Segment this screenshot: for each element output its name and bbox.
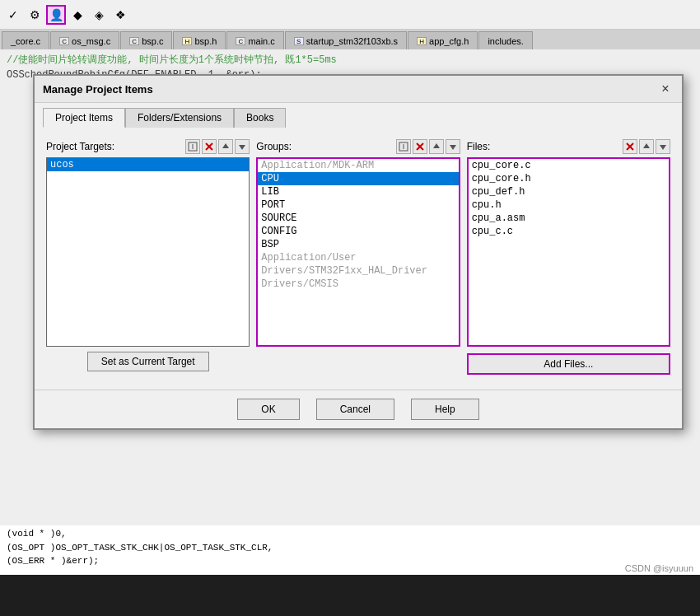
groups-down-btn[interactable] xyxy=(446,139,460,154)
targets-delete-btn[interactable] xyxy=(202,139,217,154)
group-item-app-mdk[interactable]: Application/MDK-ARM xyxy=(258,159,458,172)
add-files-button[interactable]: Add Files... xyxy=(467,353,670,375)
set-current-target-button[interactable]: Set as Current Target xyxy=(87,352,209,371)
svg-marker-10 xyxy=(433,143,440,148)
targets-buttons xyxy=(185,139,250,154)
file-item-cpu-def-h[interactable]: cpu_def.h xyxy=(469,185,669,198)
group-item-drivers-cmsis[interactable]: Drivers/CMSIS xyxy=(258,278,458,291)
diamond3-btn[interactable]: ❖ xyxy=(110,5,130,25)
tab-includes-label: includes. xyxy=(488,36,523,46)
tab-main-c-label: main.c xyxy=(248,36,274,46)
target-item-ucos[interactable]: ucos xyxy=(47,158,249,171)
group-item-bsp[interactable]: BSP xyxy=(258,238,458,251)
svg-marker-5 xyxy=(239,145,245,150)
files-label: Files: xyxy=(467,141,491,152)
ok-button[interactable]: OK xyxy=(237,399,299,420)
dialog-action-buttons: OK Cancel Help xyxy=(35,390,682,428)
tab-bsp-h[interactable]: H bsp.h xyxy=(173,31,226,49)
groups-label: Groups: xyxy=(256,141,292,152)
svg-marker-4 xyxy=(222,143,229,148)
check-btn[interactable]: ✓ xyxy=(3,5,23,25)
bottom-code-line1: (void * )0, xyxy=(7,529,67,539)
tab-bsp-c-label: bsp.c xyxy=(142,36,163,46)
targets-down-btn[interactable] xyxy=(235,139,250,154)
dialog-tab-bar: Project Items Folders/Extensions Books xyxy=(35,103,682,128)
file-item-cpu-h[interactable]: cpu.h xyxy=(469,198,669,212)
file-item-cpu-core-h[interactable]: cpu_core.h xyxy=(469,172,669,185)
bottom-code-line3: (OS_ERR * )&err); xyxy=(7,556,99,566)
dialog-body: Project Targets: xyxy=(35,128,682,386)
group-item-app-user[interactable]: Application/User xyxy=(258,251,458,264)
targets-label: Project Targets: xyxy=(46,141,114,152)
file-item-cpu-core-c[interactable]: cpu_core.c xyxy=(469,159,669,172)
manage-project-dialog: Manage Project Items × Project Items Fol… xyxy=(33,74,684,430)
bottom-code-area: (void * )0, (OS_OPT )OS_OPT_TASK_STK_CHK… xyxy=(0,525,700,575)
files-delete-btn[interactable] xyxy=(623,139,637,154)
file-item-cpu-a-asm[interactable]: cpu_a.asm xyxy=(469,212,669,225)
manage-project-btn[interactable]: 👤 xyxy=(46,5,66,25)
help-button[interactable]: Help xyxy=(411,399,479,420)
groups-up-btn[interactable] xyxy=(429,139,444,154)
tab-bsp-h-label: bsp.h xyxy=(194,36,217,46)
tab-app-cfg-h[interactable]: H app_cfg.h xyxy=(408,31,478,49)
groups-new-btn[interactable] xyxy=(396,139,411,154)
tab-os-msg-c-label: os_msg.c xyxy=(72,36,110,46)
group-item-port[interactable]: PORT xyxy=(258,198,458,212)
tab-includes[interactable]: includes. xyxy=(478,31,532,49)
tab-core-c-label: _core.c xyxy=(11,36,40,46)
tab-os-msg-c[interactable]: C os_msg.c xyxy=(50,31,119,49)
tab-project-items[interactable]: Project Items xyxy=(43,108,125,128)
tab-startup[interactable]: S startup_stm32f103xb.s xyxy=(285,31,407,49)
tab-bar: _core.c C os_msg.c C bsp.c H bsp.h C mai… xyxy=(0,30,700,49)
files-column: Files: cpu_cor xyxy=(467,139,670,375)
dialog-close-button[interactable]: × xyxy=(657,81,674,97)
svg-marker-11 xyxy=(450,145,456,150)
svg-marker-14 xyxy=(643,143,650,148)
tab-folders-extensions[interactable]: Folders/Extensions xyxy=(125,108,234,128)
targets-list[interactable]: ucos xyxy=(46,157,250,347)
files-down-btn[interactable] xyxy=(656,139,670,154)
group-item-drivers-hal[interactable]: Drivers/STM32F1xx_HAL_Driver xyxy=(258,264,458,278)
files-header: Files: xyxy=(467,139,670,154)
tab-core-c[interactable]: _core.c xyxy=(2,31,49,49)
svg-marker-15 xyxy=(660,145,666,150)
groups-list[interactable]: Application/MDK-ARM CPU LIB PORT SOURCE xyxy=(256,157,460,347)
group-item-config[interactable]: CONFIG xyxy=(258,225,458,238)
targets-up-btn[interactable] xyxy=(218,139,233,154)
bottom-code-line2: (OS_OPT )OS_OPT_TASK_STK_CHK|OS_OPT_TASK… xyxy=(7,543,273,553)
group-item-cpu[interactable]: CPU xyxy=(258,172,458,185)
cancel-button[interactable]: Cancel xyxy=(316,399,394,420)
watermark: CSDN @isyuuun xyxy=(625,563,693,573)
targets-column: Project Targets: xyxy=(46,139,250,375)
groups-header: Groups: xyxy=(256,139,460,154)
groups-delete-btn[interactable] xyxy=(413,139,427,154)
diamond2-btn[interactable]: ◈ xyxy=(89,5,109,25)
tab-bsp-c[interactable]: C bsp.c xyxy=(120,31,172,49)
diamond1-btn[interactable]: ◆ xyxy=(68,5,87,25)
groups-buttons xyxy=(396,139,460,154)
tab-app-cfg-h-label: app_cfg.h xyxy=(429,36,469,46)
tab-books[interactable]: Books xyxy=(234,108,286,128)
group-item-lib[interactable]: LIB xyxy=(258,185,458,198)
tab-main-c[interactable]: C main.c xyxy=(226,31,283,49)
group-item-source[interactable]: SOURCE xyxy=(258,212,458,225)
groups-column: Groups: xyxy=(256,139,460,375)
targets-header: Project Targets: xyxy=(46,139,250,154)
files-list[interactable]: cpu_core.c cpu_core.h cpu_def.h cpu.h cp… xyxy=(467,157,670,347)
files-buttons xyxy=(623,139,670,154)
settings-btn[interactable]: ⚙ xyxy=(25,5,44,25)
tab-startup-label: startup_stm32f103xb.s xyxy=(306,36,398,46)
toolbar: ✓ ⚙ 👤 ◆ ◈ ❖ xyxy=(0,0,700,30)
file-item-cpu-c-c[interactable]: cpu_c.c xyxy=(469,225,669,238)
dialog-title: Manage Project Items xyxy=(43,83,153,96)
columns-container: Project Targets: xyxy=(46,139,670,375)
files-up-btn[interactable] xyxy=(639,139,654,154)
dialog-titlebar: Manage Project Items × xyxy=(35,76,682,103)
targets-new-btn[interactable] xyxy=(185,139,200,154)
